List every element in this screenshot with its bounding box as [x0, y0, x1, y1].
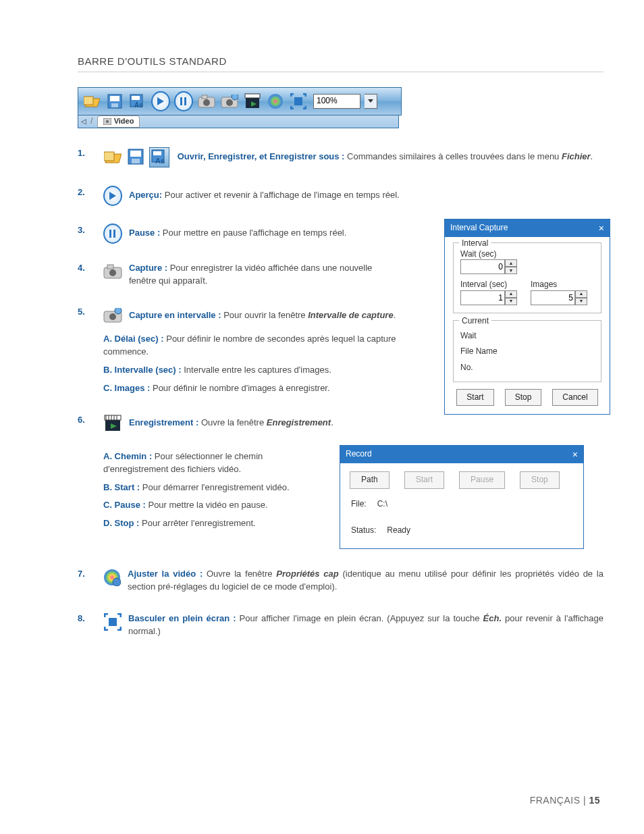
close-icon[interactable]: × — [599, 221, 604, 235]
item-bold: Intervalle de capture — [308, 310, 393, 320]
item-body: Ouvre la fenêtre — [198, 417, 266, 427]
save-icon — [126, 147, 145, 166]
cancel-button[interactable]: Cancel — [552, 389, 597, 406]
svg-point-51 — [113, 578, 121, 586]
file-label: File: — [351, 498, 367, 510]
toolbar-figure: As 100% — [78, 87, 402, 128]
zoom-field[interactable]: 100% — [313, 94, 360, 109]
svg-point-24 — [106, 120, 109, 123]
spinner-buttons[interactable]: ▲▼ — [575, 290, 587, 305]
current-filename-label: File Name — [460, 346, 498, 357]
svg-rect-9 — [180, 97, 182, 105]
save-as-icon: As — [128, 92, 147, 111]
svg-rect-35 — [113, 230, 115, 238]
item-tail: . — [331, 417, 333, 427]
item-lead: Ajuster la vidéo : — [128, 569, 203, 579]
footer-page: 15 — [589, 795, 600, 806]
stop-button[interactable]: Stop — [505, 389, 542, 406]
tab-video-label: Video — [114, 116, 134, 127]
svg-rect-43 — [105, 415, 121, 420]
item-body: Commandes similaires à celles trouvées d… — [344, 151, 562, 161]
sub-body: Pour mettre la vidéo en pause. — [146, 500, 268, 510]
group-label: Interval — [459, 238, 491, 249]
page-footer: FRANÇAIS | 15 — [530, 793, 600, 807]
item-number: 7. — [78, 568, 92, 581]
spinner-buttons[interactable]: ▲▼ — [505, 259, 517, 274]
pause-button[interactable]: Pause — [459, 471, 505, 488]
start-button[interactable]: Start — [404, 471, 444, 488]
svg-text:As: As — [134, 101, 143, 109]
item-body: Ouvre la fenêtre — [203, 569, 276, 579]
sub-lead: C. Pause : — [103, 500, 146, 510]
path-button[interactable]: Path — [350, 471, 390, 488]
start-button[interactable]: Start — [456, 389, 493, 406]
record-icon — [103, 414, 122, 433]
svg-marker-33 — [109, 192, 116, 200]
interval-capture-icon — [220, 92, 239, 111]
play-icon — [151, 92, 170, 111]
record-icon — [243, 92, 262, 111]
item-lead: Aperçu: — [129, 190, 162, 200]
svg-marker-8 — [157, 97, 164, 105]
fullscreen-icon — [289, 92, 308, 111]
item-bold: Éch. — [483, 613, 502, 623]
sub-lead: D. Stop : — [103, 518, 139, 528]
item-number: 4. — [78, 262, 92, 275]
item-lead: Basculer en plein écran : — [128, 613, 236, 623]
item-lead: Enregistrement : — [129, 417, 198, 427]
svg-rect-28 — [130, 151, 141, 157]
tab-back-arrow[interactable]: ◁ — [81, 117, 86, 127]
dialog-title: Interval Capture — [450, 222, 508, 234]
sub-body: Pour définir le nombre d'images à enregi… — [150, 383, 329, 393]
section-heading: BARRE D'OUTILS STANDARD — [78, 54, 603, 72]
zoom-dropdown[interactable] — [365, 94, 377, 109]
current-no-label: No. — [460, 362, 473, 373]
svg-rect-4 — [111, 103, 118, 107]
spinner-buttons[interactable]: ▲▼ — [505, 290, 517, 305]
svg-rect-34 — [109, 230, 111, 238]
item-number: 1. — [78, 147, 92, 160]
sub-lead: A. Délai (sec) : — [103, 334, 164, 344]
capture-icon — [197, 92, 216, 111]
item-bold: Enregistrement — [267, 417, 331, 427]
item-number: 8. — [78, 613, 92, 625]
svg-text:As: As — [155, 157, 165, 165]
interval-input[interactable] — [460, 290, 505, 305]
item-body: Pour afficher l'image en plein écran. (A… — [236, 613, 483, 623]
item-bold: Fichier — [562, 151, 591, 161]
footer-sep: | — [581, 795, 589, 806]
images-input[interactable] — [531, 290, 575, 305]
sub-lead: C. Images : — [103, 383, 150, 393]
close-icon[interactable]: × — [572, 448, 578, 461]
svg-rect-31 — [153, 151, 161, 155]
sub-body: Pour démarrer l'enregistrement vidéo. — [140, 482, 289, 492]
interval-label: Interval (sec) — [460, 279, 517, 290]
sub-lead: B. Start : — [103, 482, 140, 492]
svg-point-20 — [268, 94, 283, 109]
open-icon — [103, 147, 122, 166]
status-label: Status: — [351, 525, 376, 536]
save-as-icon: As — [149, 147, 169, 167]
dialog-title: Record — [346, 448, 372, 460]
save-icon — [105, 92, 124, 111]
file-value: C:\ — [377, 498, 387, 510]
svg-point-12 — [203, 99, 210, 106]
svg-rect-38 — [107, 265, 113, 269]
wait-input[interactable] — [460, 259, 505, 274]
svg-point-37 — [109, 269, 116, 276]
item-number: 2. — [78, 186, 92, 199]
interval-capture-icon — [103, 306, 122, 325]
item-lead: Capture : — [129, 263, 167, 273]
item-number: 6. — [78, 414, 92, 427]
item-number: 3. — [78, 224, 92, 237]
current-wait-label: Wait — [460, 330, 477, 342]
svg-rect-26 — [104, 152, 114, 161]
item-bold: Propriétés cap — [276, 569, 338, 579]
svg-rect-10 — [184, 97, 186, 105]
item-number: 5. — [78, 306, 92, 319]
video-adjust-icon — [266, 92, 285, 111]
stop-button[interactable]: Stop — [520, 471, 560, 488]
tab-video[interactable]: Video — [97, 115, 140, 128]
item-tail: . — [591, 151, 593, 161]
svg-point-40 — [109, 313, 116, 320]
